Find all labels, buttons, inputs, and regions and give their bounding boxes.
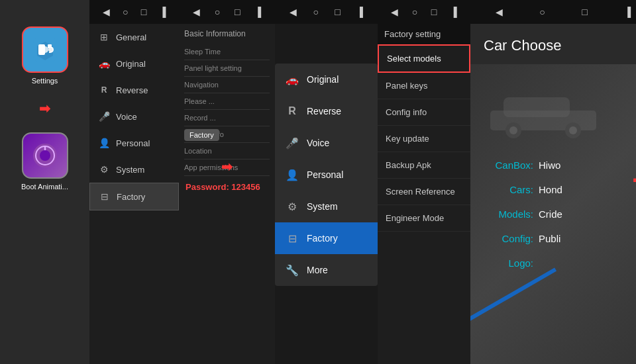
models-key: Models: <box>484 208 533 220</box>
basic-row-please[interactable]: Please ... <box>184 93 270 110</box>
dropdown-system-icon: ⚙ <box>284 199 300 214</box>
dropdown-item-reverse[interactable]: R Reverse <box>275 95 378 127</box>
settings-item-original[interactable]: 🚗 Original <box>89 50 179 77</box>
password-overlay: Password: 123456 <box>186 182 260 192</box>
personal-label: Personal <box>116 138 150 148</box>
canbox-value: Hiwo <box>539 159 560 171</box>
settings-item-general[interactable]: ⊞ General <box>89 24 179 50</box>
dropdown-item-factory[interactable]: ⊟ Factory <box>275 222 378 254</box>
signal-btn-5: ▐ <box>450 7 457 17</box>
car-info-cars: Cars: Hond <box>484 184 636 195</box>
home-btn-5[interactable]: ○ <box>412 7 417 17</box>
car-info-config: Config: Publi <box>484 233 636 244</box>
dropdown-system-label: System <box>307 201 338 212</box>
car-info-models: Models: Cride <box>484 208 636 220</box>
dropdown-item-personal[interactable]: 👤 Personal <box>275 159 378 191</box>
factory-item-select-models[interactable]: Select models <box>378 44 470 73</box>
back-btn-6[interactable]: ◀ <box>496 7 503 17</box>
factory-nav-bar: ◀ ○ □ ▐ <box>378 0 470 24</box>
dropdown-factory-label: Factory <box>307 233 338 244</box>
models-value: Cride <box>539 208 562 220</box>
svg-point-7 <box>40 150 50 161</box>
basic-info-title: Basic Information <box>184 29 270 38</box>
back-btn-2[interactable]: ◀ <box>103 7 110 17</box>
back-btn-4[interactable]: ◀ <box>290 7 297 17</box>
car-info-logo: Logo: <box>484 257 636 269</box>
signal-btn-3: ▐ <box>254 7 261 17</box>
car-info-overlay: CanBox: Hiwo Cars: Hond Models: Cride Co… <box>470 64 636 364</box>
factory-item-screen-ref[interactable]: Screen Reference <box>378 179 470 205</box>
boot-label: Boot Animati... <box>21 183 68 191</box>
dropdown-item-original[interactable]: 🚗 Original <box>275 64 378 95</box>
back-btn-3[interactable]: ◀ <box>193 7 200 17</box>
basic-info-panel: ◀ ○ □ ▐ Basic Information Sleep Time Pan… <box>179 0 275 364</box>
car-nav-bar: ◀ ○ □ ▐ <box>470 0 636 24</box>
factory-icon: ⊟ <box>98 190 111 203</box>
dropdown-more-label: More <box>307 265 328 275</box>
settings-list: ⊞ General 🚗 Original R Reverse 🎤 Voice 👤… <box>89 24 179 364</box>
dropdown-personal-label: Personal <box>307 169 343 180</box>
arrow-3-container: ➡ <box>633 172 636 188</box>
factory-header: Factory setting <box>378 24 470 44</box>
dropdown-item-more[interactable]: 🔧 More <box>275 254 378 286</box>
basic-row-sleep[interactable]: Sleep Time <box>184 44 270 60</box>
cars-value: Hond <box>539 184 562 195</box>
dropdown-personal-icon: 👤 <box>284 167 300 183</box>
home-btn-3[interactable]: ○ <box>215 7 220 17</box>
recent-btn-5[interactable]: □ <box>431 7 437 17</box>
recent-btn-3[interactable]: □ <box>235 7 240 17</box>
basic-row-nav[interactable]: Navigation <box>184 77 270 93</box>
reverse-icon: R <box>97 83 111 97</box>
back-btn-5[interactable]: ◀ <box>391 7 398 17</box>
general-icon: ⊞ <box>97 30 111 44</box>
voice-label: Voice <box>116 112 137 122</box>
recent-btn-6[interactable]: □ <box>582 7 587 17</box>
dropdown-original-label: Original <box>307 74 339 85</box>
basic-row-panel[interactable]: Panel light setting <box>184 60 270 77</box>
arrow-1: ➡ <box>36 98 53 119</box>
dropdown-original-icon: 🚗 <box>284 71 300 87</box>
dropdown-menu: 🚗 Original R Reverse 🎤 Voice 👤 Personal … <box>275 64 378 286</box>
config-value: Publi <box>539 233 560 244</box>
settings-app[interactable]: Settings <box>22 26 68 85</box>
logo-key: Logo: <box>484 257 533 269</box>
dropdown-nav-bar: ◀ ○ □ ▐ <box>275 0 378 24</box>
general-label: General <box>116 32 146 42</box>
boot-app[interactable]: Boot Animati... <box>21 132 68 191</box>
dropdown-factory-icon: ⊟ <box>284 230 300 246</box>
home-btn-2[interactable]: ○ <box>123 7 128 17</box>
svg-point-3 <box>42 46 48 53</box>
recent-btn-4[interactable]: □ <box>335 7 340 17</box>
dropdown-panel: ◀ ○ □ ▐ 🚗 Original R Reverse 🎤 Voice 👤 P… <box>275 0 378 364</box>
basic-row-record[interactable]: Record ... <box>184 110 270 126</box>
dropdown-voice-label: Voice <box>307 138 329 148</box>
dropdown-item-system[interactable]: ⚙ System <box>275 191 378 222</box>
factory-item-backup-apk[interactable]: Backup Apk <box>378 152 470 179</box>
arrow-icon-1: ➡ <box>39 101 50 116</box>
settings-item-factory[interactable]: ⊟ Factory <box>89 183 179 210</box>
factory-item-key-update[interactable]: Key update <box>378 126 470 152</box>
settings-item-system[interactable]: ⚙ System <box>89 156 179 183</box>
settings-item-reverse[interactable]: R Reverse <box>89 77 179 103</box>
settings-app-icon[interactable] <box>22 26 68 73</box>
factory-item-engineer-mode[interactable]: Engineer Mode <box>378 205 470 232</box>
basic-row-location[interactable]: Location <box>184 143 270 159</box>
arrow-icon-2: ➡ <box>221 159 233 174</box>
signal-btn-2: ▐ <box>159 7 166 17</box>
recent-btn-2[interactable]: □ <box>141 7 146 17</box>
factory-item-panel-keys[interactable]: Panel keys <box>378 73 470 99</box>
factory-item-config-info[interactable]: Config info <box>378 99 470 126</box>
factory-label: Factory <box>117 192 145 202</box>
settings-item-voice[interactable]: 🎤 Voice <box>89 103 179 130</box>
personal-icon: 👤 <box>97 136 111 150</box>
dropdown-item-voice[interactable]: 🎤 Voice <box>275 127 378 159</box>
launcher-panel: Settings ➡ Boot Animati... <box>0 0 89 364</box>
home-btn-4[interactable]: ○ <box>313 7 318 17</box>
signal-btn-4: ▐ <box>356 7 363 17</box>
home-btn-6[interactable]: ○ <box>539 7 545 17</box>
signal-btn-6: ▐ <box>624 7 631 17</box>
system-icon: ⚙ <box>97 163 111 176</box>
config-key: Config: <box>484 233 533 244</box>
boot-app-icon[interactable] <box>22 132 68 179</box>
settings-item-personal[interactable]: 👤 Personal <box>89 130 179 156</box>
